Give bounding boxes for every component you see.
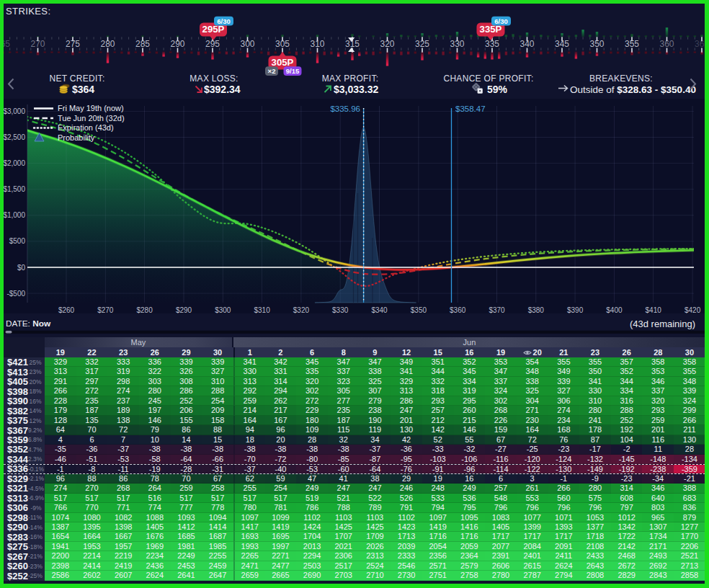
svg-text:9/15: 9/15	[286, 67, 300, 75]
svg-text:270: 270	[30, 39, 45, 49]
svg-text:$360: $360	[450, 306, 466, 314]
svg-text:350: 350	[589, 39, 604, 49]
svg-text:$300: $300	[215, 306, 231, 314]
svg-text:$350: $350	[411, 306, 427, 314]
svg-text:$260: $260	[58, 306, 75, 314]
svg-text:$270: $270	[97, 306, 114, 314]
svg-text:Tue Jun 20th (32d): Tue Jun 20th (32d)	[58, 114, 125, 122]
svg-text:280: 280	[100, 39, 115, 49]
svg-text:$358.47: $358.47	[455, 104, 486, 113]
svg-text:320: 320	[380, 39, 394, 49]
svg-text:$500: $500	[9, 237, 26, 245]
svg-text:330: 330	[450, 39, 464, 49]
svg-text:$320: $320	[293, 306, 310, 314]
svg-text:$410: $410	[646, 306, 662, 314]
svg-text:6/30: 6/30	[494, 17, 508, 25]
svg-text:290: 290	[170, 39, 184, 49]
svg-text:$364: $364	[72, 84, 94, 95]
svg-text:CHANCE OF PROFIT:: CHANCE OF PROFIT:	[443, 74, 533, 84]
svg-text:59%: 59%	[487, 84, 508, 95]
svg-text:285: 285	[135, 39, 150, 49]
svg-text:MAX LOSS:: MAX LOSS:	[189, 74, 238, 84]
svg-text:$400: $400	[606, 306, 623, 314]
svg-text:$290: $290	[176, 306, 192, 314]
svg-text:-$500: -$500	[6, 290, 25, 298]
svg-text:$2,500: $2,500	[3, 133, 25, 141]
svg-text:$1,000: $1,000	[3, 211, 25, 219]
svg-text:340: 340	[520, 39, 534, 49]
svg-text:$330: $330	[332, 306, 349, 314]
svg-text:Expiration (43d): Expiration (43d)	[58, 123, 114, 132]
svg-text:BREAKEVENS:: BREAKEVENS:	[589, 74, 653, 84]
svg-text:360: 360	[659, 39, 674, 49]
svg-text:265: 265	[0, 39, 10, 49]
svg-text:STRIKES:: STRIKES:	[6, 6, 50, 17]
svg-text:$1,500: $1,500	[3, 185, 25, 193]
svg-text:365: 365	[695, 39, 709, 49]
svg-text:275: 275	[66, 39, 80, 49]
svg-text:$280: $280	[136, 306, 153, 314]
svg-text:DATE: Now: DATE: Now	[6, 318, 51, 329]
svg-text:$0: $0	[17, 264, 26, 272]
svg-text:355: 355	[625, 39, 639, 49]
svg-text:$310: $310	[254, 306, 270, 314]
svg-text:$390: $390	[567, 306, 584, 314]
svg-text:300: 300	[240, 39, 254, 49]
svg-text:Outside of $328.63 - $350.40: Outside of $328.63 - $350.40	[570, 84, 696, 95]
svg-text:$3,033.32: $3,033.32	[334, 84, 378, 95]
svg-text:310: 310	[310, 39, 324, 49]
svg-text:NET CREDIT:: NET CREDIT:	[49, 74, 104, 84]
svg-text:$380: $380	[528, 306, 545, 314]
svg-text:$392.34: $392.34	[204, 84, 241, 95]
svg-text:×2: ×2	[268, 67, 276, 75]
svg-text:335P: 335P	[480, 24, 502, 35]
svg-text:295: 295	[205, 39, 220, 49]
svg-text:315: 315	[345, 39, 360, 49]
svg-text:Fri May 19th (now): Fri May 19th (now)	[58, 104, 124, 112]
svg-text:$340: $340	[371, 306, 388, 314]
svg-text:6/30: 6/30	[217, 17, 231, 25]
svg-text:$370: $370	[489, 306, 505, 314]
svg-text:$2,000: $2,000	[3, 159, 25, 167]
svg-text:Probability: Probability	[58, 133, 95, 142]
svg-text:MAX PROFIT:: MAX PROFIT:	[322, 74, 379, 84]
svg-text:325: 325	[415, 39, 429, 49]
svg-text:335: 335	[485, 39, 499, 49]
svg-text:$420: $420	[685, 306, 701, 314]
svg-text:$3,000: $3,000	[3, 107, 25, 115]
svg-text:345: 345	[555, 39, 569, 49]
svg-text:305: 305	[275, 39, 290, 49]
svg-text:$335.96: $335.96	[330, 104, 360, 113]
svg-text:(43d remaining): (43d remaining)	[630, 318, 695, 329]
svg-text:295P: 295P	[202, 24, 225, 35]
